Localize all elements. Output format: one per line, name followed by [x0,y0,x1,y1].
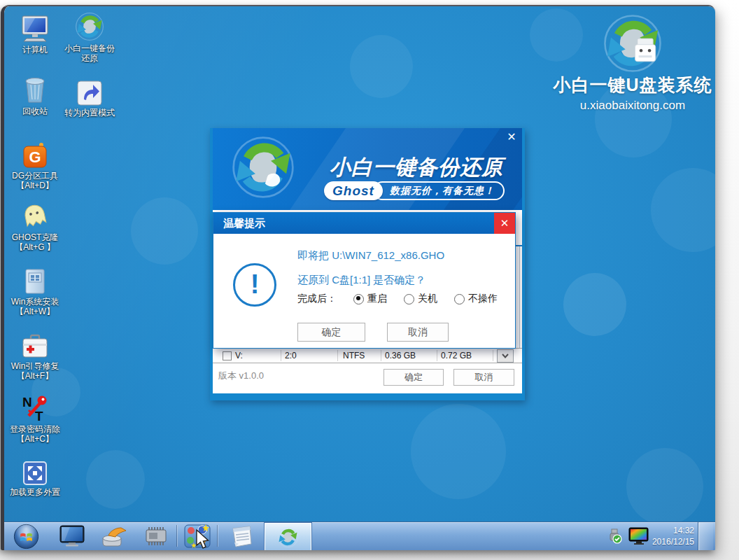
taskbar-xiaobai-active-button[interactable] [265,523,311,550]
memory-chip-icon [142,526,170,547]
desktop-icon-label: 【Alt+W】 [3,307,67,316]
column-separator [281,350,281,361]
drive-table-row[interactable]: V: 2:0 NTFS 0.36 GB 0.72 GB [213,348,522,363]
radio-shutdown[interactable] [404,294,414,304]
option-restart[interactable]: 重启 [353,293,387,305]
desktop-icon-label: 登录密码清除 [3,424,67,434]
notepad-icon [228,524,255,549]
desktop-icon-xiaobai-restore[interactable]: 小白一键备份 还原 [57,12,122,63]
taskbar-separator [217,525,218,547]
drive-used: 0.36 GB [385,349,416,363]
desktop-icon-password-clear[interactable]: N T 登录密码清除 【Alt+C】 [3,393,67,444]
drive-filesystem: NTFS [343,349,365,363]
taskbar-display-button[interactable] [57,524,87,549]
version-label: 版本 v1.0.0 [218,370,264,382]
desktop-screen: 计算机 小白一键备份 还原 回收站 转为内置模式 G DG分区工具 【Alt+D… [1,5,715,550]
radio-noaction[interactable] [454,294,465,304]
desktop-icon-label: 【Alt+C】 [3,434,67,444]
nt-key-icon: N T [3,393,67,422]
dg-partition-icon: G [3,139,67,169]
window-cancel-button[interactable]: 取消 [453,369,514,386]
disk-cleaner-icon [100,524,128,548]
option-label: 重启 [367,293,387,305]
expand-arrows-icon [3,456,67,485]
wallpaper-bubble [411,404,506,499]
window-banner: 小白一键备份还原 Ghost 数据无价，有备无患！ ✕ [213,128,522,210]
taskbar-separator [176,525,177,547]
svg-text:T: T [35,409,43,422]
taskbar-memory-button[interactable] [141,524,171,549]
window-title: 小白一键备份还原 [326,153,507,182]
tray-clock[interactable]: 14:32 2016/12/15 [647,525,694,547]
desktop-icon-label: Win系统安装 [3,297,67,307]
svg-text:N: N [22,395,32,410]
option-label: 不操作 [468,293,498,305]
desktop-icon-load-more[interactable]: 加载更多外置 [3,456,67,497]
wallpaper-bubble [86,450,145,509]
desktop-icon-label: 【Alt+F】 [3,371,67,381]
xiaobai-logo-icon [231,135,295,202]
dialog-title: 温馨提示 [213,213,515,234]
brand-block: 小白一键U盘装系统 u.xiaobaixitong.com [544,13,715,113]
desktop-icon-internal-mode[interactable]: 转为内置模式 [57,76,122,118]
dialog-line1: 即将把 U:\WIN7_612_x86.GHO [297,249,444,262]
desktop-icon-label: 【Alt+G 】 [3,242,67,252]
alert-icon: ! [233,263,276,307]
desktop-icon-dg-partition[interactable]: G DG分区工具 【Alt+D】 [3,139,67,190]
chevron-down-icon [501,353,509,359]
windows-orb-icon [13,524,39,550]
xiaobai-logo-icon [277,526,299,548]
column-separator [493,350,493,361]
dialog-close-button[interactable]: ✕ [494,213,515,234]
shortcut-arrow-icon [57,76,122,106]
drive-dropdown-button[interactable] [497,349,514,363]
option-label: 关机 [418,293,437,305]
column-separator [437,350,437,361]
drive-position: 2:0 [285,349,297,363]
gadgets-icon [184,524,211,549]
ghost-tagline-row: Ghost 数据无价，有备无患！ [324,181,505,200]
win-install-icon [3,265,67,295]
desktop-icon-label: DG分区工具 [3,171,67,181]
wallpaper-bubble [563,273,626,336]
start-button[interactable] [10,524,41,549]
radio-restart[interactable] [353,294,364,304]
ghost-logo: Ghost [324,181,383,200]
wallpaper-bubble [626,448,703,525]
dialog-cancel-button[interactable]: 取消 [387,323,449,342]
desktop-icon-win-install[interactable]: Win系统安装 【Alt+W】 [3,265,67,316]
column-separator [381,350,381,361]
confirm-dialog: 温馨提示 ✕ ! 即将把 U:\WIN7_612_x86.GHO 还原到 C盘[… [213,212,516,349]
tray-date: 2016/12/15 [647,536,694,547]
window-ok-button[interactable]: 确定 [383,369,444,386]
taskbar: 14:32 2016/12/15 [4,522,715,550]
drive-letter: V: [235,349,243,363]
window-close-button[interactable]: ✕ [505,131,518,144]
first-aid-icon [3,330,67,359]
desktop-icon-ghost-clone[interactable]: GHOST克隆 【Alt+G 】 [3,201,67,252]
taskbar-gadgets-button[interactable] [182,524,213,549]
option-noaction[interactable]: 不操作 [454,293,498,305]
taskbar-cleaner-button[interactable] [99,524,129,549]
brand-title: 小白一键U盘装系统 [544,74,715,97]
option-shutdown[interactable]: 关机 [404,293,437,305]
dialog-line2: 还原到 C盘[1:1] 是否确定？ [297,274,425,287]
dialog-ok-button[interactable]: 确定 [297,323,365,342]
desktop-icon-label: 小白一键备份 [57,43,122,53]
wallpaper-bubble [131,197,198,265]
svg-text:G: G [29,148,41,166]
drive-checkbox[interactable] [223,351,232,360]
tray-usb-icon[interactable] [605,524,624,549]
brand-url: u.xiaobaixitong.com [544,99,715,113]
desktop-icon-label: Win引导修复 [3,361,67,371]
drive-size: 0.72 GB [441,349,472,363]
show-desktop-button[interactable] [698,522,713,550]
after-action-row: 完成后： 重启 关机 不操作 [297,293,498,305]
desktop-icon-win-boot-repair[interactable]: Win引导修复 【Alt+F】 [3,330,67,381]
taskbar-notepad-button[interactable] [226,524,257,549]
display-icon [59,525,85,548]
column-separator [337,350,338,361]
desktop-icon-label: 加载更多外置 [3,487,67,497]
window-tagline: 数据无价，有备无患！ [373,181,505,200]
tray-time: 14:32 [647,525,694,536]
